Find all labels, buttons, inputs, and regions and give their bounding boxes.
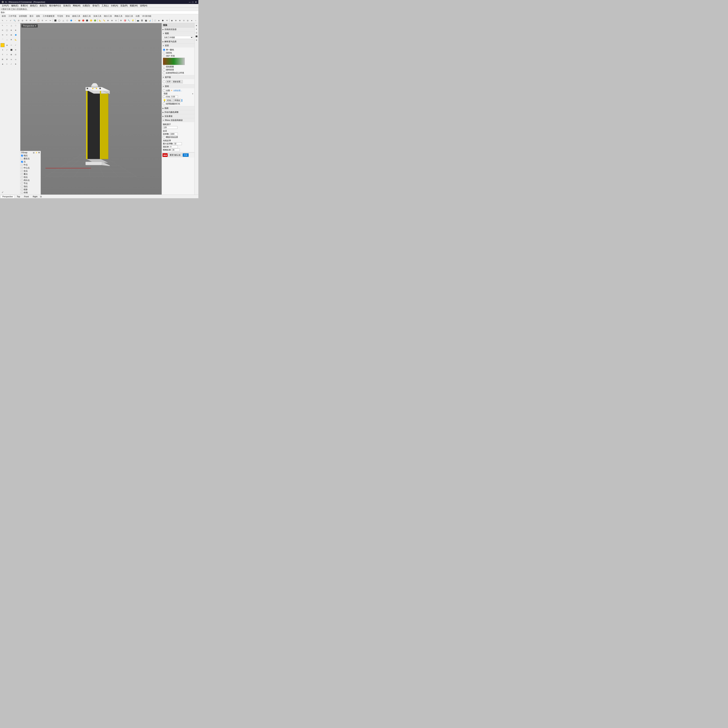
menu-item-网格(M)[interactable]: 网格(M)	[72, 4, 81, 8]
menu-item-编辑(E)[interactable]: 编辑(E)	[10, 4, 20, 8]
render-button[interactable]: 渲染	[182, 153, 189, 157]
ri-icon-4[interactable]: ⬛	[195, 35, 198, 38]
tool-30[interactable]: ◈	[0, 62, 5, 66]
toolbar-tab-8[interactable]: 曲线工具	[71, 15, 81, 17]
toolbar-icon-42[interactable]: ⬜	[153, 18, 157, 22]
osnap-nearest[interactable]	[21, 158, 23, 160]
toolbar-icon-28[interactable]: ⊕	[106, 18, 110, 22]
toolbar-icon-40[interactable]: 📊	[148, 18, 152, 22]
toolbar-icon-2[interactable]: ⤢	[9, 18, 12, 22]
toolbar-tab-4[interactable]: 选取	[35, 15, 41, 17]
ri-icon-3[interactable]: ◎	[195, 31, 198, 34]
tool-21[interactable]: ⬛	[9, 48, 13, 52]
menu-item-工具(L)[interactable]: 工具(L)	[101, 4, 110, 8]
sun-check[interactable]	[163, 89, 165, 92]
tool-29[interactable]: ⚍	[14, 57, 18, 61]
toolbar-icon-52[interactable]: ●	[190, 18, 194, 22]
background-section-header[interactable]: ▼ 背景	[162, 44, 194, 47]
tool-2[interactable]: △	[9, 23, 13, 28]
menu-item-实体(O)[interactable]: 实体(O)	[62, 4, 72, 8]
toolbar-tab-0[interactable]: 标准	[1, 15, 7, 17]
toolbar-icon-0[interactable]: ↖	[1, 18, 5, 22]
wireframe-section-header[interactable]: ▶ 线框	[162, 106, 194, 110]
tool-paint[interactable]: 🖊	[0, 190, 5, 194]
toolbar-icon-16[interactable]: △	[61, 18, 65, 22]
toolbar-tab-3[interactable]: 显示	[28, 15, 35, 17]
render-channels-section-header[interactable]: ▶ 渲染通道	[162, 114, 194, 118]
command-input[interactable]	[6, 11, 198, 14]
toolbar-icon-9[interactable]: 📋	[37, 18, 40, 22]
toolbar-icon-34[interactable]: 🔧	[127, 18, 131, 22]
tool-select[interactable]: ↖	[0, 23, 5, 28]
toolbar-icon-29[interactable]: ⊗	[110, 18, 114, 22]
sun-settings-link[interactable]: 太阳设置...	[173, 89, 182, 92]
toolbar-icon-23[interactable]: 🟡	[89, 18, 93, 22]
renderer-section-header[interactable]: ▶ 目前的渲染器	[162, 28, 194, 31]
toolbar-tab-14[interactable]: 出图	[135, 15, 141, 17]
tool-32[interactable]: ✓	[9, 62, 13, 66]
toolbar-icon-11[interactable]: ↩	[44, 18, 48, 22]
toolbar-tab-6[interactable]: 可见性	[56, 15, 64, 17]
osnap-knot[interactable]	[21, 182, 23, 184]
tool-text[interactable]: T	[0, 53, 5, 57]
toolbar-icon-10[interactable]: ⎘	[40, 18, 44, 22]
ground-section-header[interactable]: ▼ 底平面	[162, 75, 194, 79]
osnap-disable[interactable]	[21, 192, 23, 194]
strength-plus[interactable]: +	[192, 93, 193, 95]
menu-item-出图(D)[interactable]: 出图(D)	[81, 4, 91, 8]
menu-item-细分物件(U)[interactable]: 细分物件(U)	[48, 4, 62, 8]
toolbar-icon-26[interactable]: 📐	[98, 18, 102, 22]
osnap-icon1[interactable]: ◎	[33, 151, 35, 154]
osnap-icon2[interactable]: ⚡	[35, 151, 37, 154]
ground-enable-check[interactable]	[163, 81, 165, 83]
maximize-button[interactable]: □	[192, 1, 193, 3]
toolbar-icon-21[interactable]: 🔴	[81, 18, 85, 22]
vp-tab-right[interactable]: Right	[31, 195, 39, 198]
toolbar-icon-22[interactable]: ⚫	[85, 18, 89, 22]
toolbar-icon-45[interactable]: ⟲	[165, 18, 169, 22]
toolbar-icon-14[interactable]: ⬛	[54, 18, 57, 22]
tool-7[interactable]: ⊗	[14, 28, 18, 32]
toolbar-icon-4[interactable]: ⊙	[17, 18, 20, 22]
tool-17[interactable]: ⊹	[9, 43, 13, 47]
ri-icon-1[interactable]: ◈	[195, 24, 198, 27]
tool-33[interactable]: ⊕	[14, 62, 18, 66]
osnap-midpoint[interactable]	[21, 164, 23, 166]
tool-15[interactable]: 📐	[14, 38, 18, 42]
transparent-bg-check[interactable]	[163, 69, 165, 71]
toolbar-icon-19[interactable]: 🔸	[73, 18, 77, 22]
rhino-advanced-section-header[interactable]: ▼ Rhino 渲染器高级设	[162, 118, 194, 122]
tool-24[interactable]: ⊠	[9, 53, 13, 57]
skylight-value[interactable]	[171, 95, 178, 98]
toolbar-icon-3[interactable]: 🔍	[12, 18, 16, 22]
minimize-button[interactable]: ─	[189, 1, 191, 3]
skylight-check[interactable]	[163, 96, 165, 98]
osnap-settings-icon[interactable]: ⚙	[38, 151, 40, 154]
tool-18[interactable]: ✓	[14, 43, 18, 47]
osnap-point[interactable]	[21, 161, 23, 163]
tool-4[interactable]: ⊙	[0, 28, 5, 32]
menu-item-文件(F)[interactable]: 文件(F)	[1, 4, 10, 8]
toolbar-tab-7[interactable]: 变动	[64, 15, 71, 17]
toolbar-tab-2[interactable]: 设置视图	[18, 15, 28, 17]
toolbar-icon-1[interactable]: ○	[5, 18, 9, 22]
viewport-area[interactable]: Perspective ▾	[20, 23, 162, 194]
osnap-project[interactable]	[21, 189, 23, 191]
tool-31[interactable]: ⊹	[5, 62, 9, 66]
toolbar-tab-11[interactable]: 细分工具	[103, 15, 113, 17]
tool-26[interactable]: ⊞	[0, 57, 5, 61]
toolbar-icon-48[interactable]: ⊕	[174, 18, 178, 22]
toolbar-icon-12[interactable]: ↪	[48, 18, 52, 22]
ri-icon-5[interactable]: ⊕	[195, 38, 198, 42]
menu-item-渲染(R)[interactable]: 渲染(R)	[119, 4, 129, 8]
menu-item-说明(H)[interactable]: 说明(H)	[139, 4, 148, 8]
toolbar-icon-8[interactable]: ✂	[32, 18, 37, 22]
toolbar-icon-33[interactable]: 🎯	[123, 18, 127, 22]
hidden-lights-check[interactable]	[163, 102, 165, 105]
tool-19[interactable]: ℹ	[0, 48, 5, 52]
glossy-input[interactable]	[171, 148, 180, 151]
menu-item-分析(A)[interactable]: 分析(A)	[110, 4, 119, 8]
3d-scene[interactable]: z x y	[20, 23, 162, 194]
toolbar-icon-49[interactable]: ⊗	[178, 18, 182, 22]
vp-tab-top[interactable]: Top	[15, 195, 21, 198]
